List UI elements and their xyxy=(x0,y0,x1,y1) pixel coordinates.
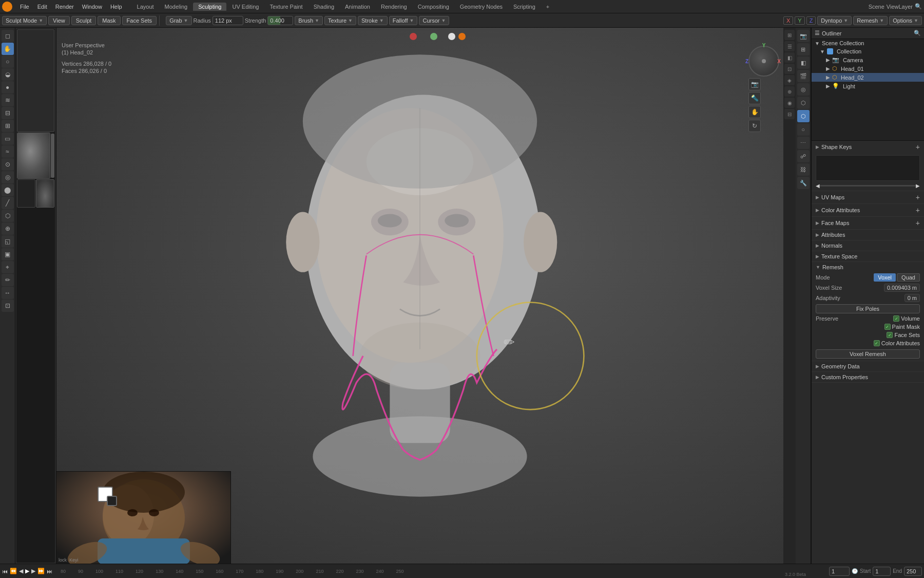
tool-fill[interactable]: ⊞ xyxy=(2,120,14,132)
tool-inflate[interactable]: ◎ xyxy=(2,171,14,183)
play-next-frame-btn[interactable]: ▶ xyxy=(31,568,35,574)
tool-flatten[interactable]: ⊟ xyxy=(2,107,14,119)
tool-brush3[interactable]: ● xyxy=(2,81,14,94)
brush-face-thumb[interactable] xyxy=(17,133,50,179)
play-start-btn[interactable]: ⏮ xyxy=(2,568,8,574)
timeline-numbers[interactable]: 80 90 100 110 120 130 140 150 160 170 18… xyxy=(54,569,827,574)
menu-window[interactable]: Window xyxy=(79,3,106,11)
z-axis-btn[interactable]: Z xyxy=(806,16,816,25)
tool-blob[interactable]: ⬤ xyxy=(2,184,14,196)
tab-uv-editing[interactable]: UV Editing xyxy=(227,3,264,11)
uv-maps-add-btn[interactable]: + xyxy=(916,193,920,201)
viewport[interactable]: User Perspective (1) Head_02 Vertices 28… xyxy=(56,28,783,564)
sk-slider[interactable] xyxy=(820,185,916,187)
stroke-dropdown[interactable]: Stroke ▼ xyxy=(358,16,388,25)
outliner-scene-collection[interactable]: ▼ Scene Collection xyxy=(812,39,924,47)
y-axis-btn[interactable]: Y xyxy=(795,16,804,25)
normals-header[interactable]: ▶ Normals xyxy=(812,240,924,251)
play-btn[interactable]: ▶ xyxy=(25,568,29,574)
face-sets-button[interactable]: Face Sets xyxy=(122,16,157,25)
menu-help[interactable]: Help xyxy=(107,3,126,11)
toggle-btn-2[interactable]: ☰ xyxy=(784,41,795,51)
zoom-in-btn[interactable]: 🔦 xyxy=(748,92,761,104)
uv-maps-header[interactable]: ▶ UV Maps + xyxy=(812,191,924,203)
orbit-btn[interactable]: ↻ xyxy=(748,120,761,132)
toggle-btn-4[interactable]: ⊡ xyxy=(784,64,795,74)
end-frame-input[interactable]: 250 xyxy=(904,567,922,576)
outliner-light-item[interactable]: ▶ 💡 Light xyxy=(812,82,924,90)
sculpt-button[interactable]: Sculpt xyxy=(71,16,97,25)
adaptivity-value[interactable]: 0 m xyxy=(904,294,920,302)
tool-pinch[interactable]: ⊙ xyxy=(2,158,14,171)
color-attrs-add-btn[interactable]: + xyxy=(916,206,920,214)
fix-poles-btn[interactable]: Fix Poles xyxy=(816,304,920,313)
tab-compositing[interactable]: Compositing xyxy=(413,3,454,11)
pan-btn[interactable]: ✋ xyxy=(748,106,761,118)
tab-sculpting[interactable]: Sculpting xyxy=(193,3,226,11)
tab-animation[interactable]: Animation xyxy=(340,3,375,11)
toggle-btn-5[interactable]: ◈ xyxy=(784,75,795,85)
search-icon[interactable]: 🔍 xyxy=(915,3,922,10)
toggle-btn-1[interactable]: ⊞ xyxy=(784,30,795,40)
toggle-btn-7[interactable]: ◉ xyxy=(784,98,795,108)
tab-rendering[interactable]: Rendering xyxy=(376,3,412,11)
face-sets-checkbox[interactable]: ✓ xyxy=(887,332,893,338)
texture-dropdown[interactable]: Texture ▼ xyxy=(324,16,356,25)
tool-lasso-mask[interactable]: ⌖ xyxy=(2,261,14,273)
nav-gizmo[interactable]: X Y Z xyxy=(748,46,779,77)
outliner-head02-item[interactable]: ▶ ⬡ Head_02 xyxy=(812,73,924,82)
brush-dropdown[interactable]: Brush ▼ xyxy=(295,16,323,25)
props-icon-data[interactable]: ⬡ xyxy=(797,110,810,122)
props-icon-output[interactable]: ⊞ xyxy=(797,43,810,55)
face-maps-header[interactable]: ▶ Face Maps + xyxy=(812,217,924,229)
props-icon-material[interactable]: ○ xyxy=(797,123,810,136)
voxel-remesh-btn[interactable]: Voxel Remesh xyxy=(816,349,920,359)
tab-shading[interactable]: Shading xyxy=(309,3,339,11)
brush-thumb-mid[interactable] xyxy=(36,179,54,208)
dyntopo-dropdown[interactable]: Dyntopo ▼ xyxy=(817,16,852,25)
menu-render[interactable]: Render xyxy=(52,3,78,11)
tab-geometry-nodes[interactable]: Geometry Nodes xyxy=(455,3,508,11)
x-axis-btn[interactable]: X xyxy=(783,16,793,25)
play-prev-frame-btn[interactable]: ◀ xyxy=(19,568,23,574)
brush-name-selector[interactable]: Grab ▼ xyxy=(166,16,191,25)
props-icon-world[interactable]: ◎ xyxy=(797,83,810,96)
tool-brush1[interactable]: ○ xyxy=(2,55,14,68)
props-icon-physics[interactable]: ☍ xyxy=(797,150,810,162)
tool-select[interactable]: ◻ xyxy=(2,30,14,42)
tab-layout[interactable]: Layout xyxy=(132,3,159,11)
menu-file[interactable]: File xyxy=(16,3,33,11)
tab-add[interactable]: + xyxy=(541,3,554,11)
play-prev-keyframe-btn[interactable]: ⏪ xyxy=(10,568,17,574)
play-end-btn[interactable]: ⏭ xyxy=(47,568,52,574)
color-swatch[interactable] xyxy=(98,487,113,502)
paint-mask-checkbox[interactable]: ✓ xyxy=(884,324,891,330)
color-attributes-header[interactable]: ▶ Color Attributes + xyxy=(812,204,924,216)
outliner-camera-item[interactable]: ▶ 📷 Camera xyxy=(812,55,924,64)
tool-measure[interactable]: ↔ xyxy=(2,287,14,299)
props-icon-constraints[interactable]: ⛓ xyxy=(797,163,810,176)
geometry-data-header[interactable]: ▶ Geometry Data xyxy=(812,361,924,371)
toggle-btn-8[interactable]: ⊟ xyxy=(784,109,795,119)
play-next-keyframe-btn[interactable]: ⏩ xyxy=(37,568,45,574)
props-icon-view-layer[interactable]: ◧ xyxy=(797,57,810,69)
tool-extra[interactable]: ⊡ xyxy=(2,300,14,312)
tool-draw-face-sets[interactable]: ⬡ xyxy=(2,210,14,222)
tool-box-mask[interactable]: ▣ xyxy=(2,248,14,260)
face-maps-add-btn[interactable]: + xyxy=(916,219,920,227)
tool-crease[interactable]: ╱ xyxy=(2,197,14,209)
zoom-camera-btn[interactable]: 📷 xyxy=(748,78,761,90)
options-dropdown[interactable]: Options ▼ xyxy=(889,16,922,25)
tool-smooth[interactable]: ≋ xyxy=(2,94,14,106)
shape-keys-add-btn[interactable]: + xyxy=(916,143,920,151)
outliner-icon-filter[interactable]: ☰ xyxy=(815,30,820,36)
color-attrs-checkbox[interactable]: ✓ xyxy=(874,340,880,346)
volume-checkbox[interactable]: ✓ xyxy=(893,315,899,322)
tool-brush2[interactable]: ◒ xyxy=(2,68,14,81)
sk-next-btn[interactable]: ▶ xyxy=(916,183,920,189)
current-frame-input[interactable]: 1 xyxy=(829,567,850,576)
texture-space-header[interactable]: ▶ Texture Space xyxy=(812,251,924,262)
tool-grab[interactable]: ✋ xyxy=(2,43,14,55)
shape-keys-header[interactable]: ▶ Shape Keys + xyxy=(812,141,924,153)
tab-modeling[interactable]: Modeling xyxy=(160,3,193,11)
